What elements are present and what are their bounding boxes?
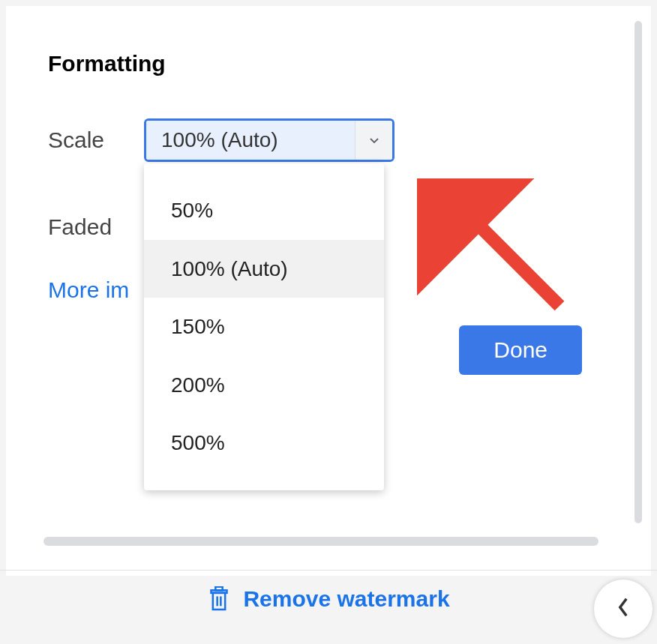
horizontal-scrollbar[interactable] <box>44 537 598 546</box>
formatting-panel: Formatting Scale 100% (Auto) 50% 100% (A… <box>6 6 651 576</box>
faded-label: Faded <box>48 214 144 240</box>
scale-option-500[interactable]: 500% <box>144 414 384 472</box>
scale-option-150[interactable]: 150% <box>144 298 384 356</box>
chevron-down-icon <box>370 133 379 147</box>
annotation-arrow <box>417 178 582 331</box>
scale-option-50[interactable]: 50% <box>144 181 384 240</box>
scale-option-200[interactable]: 200% <box>144 356 384 415</box>
scale-dropdown[interactable]: 100% (Auto) 50% 100% (Auto) 150% 200% 50… <box>144 118 394 162</box>
scale-option-100-auto[interactable]: 100% (Auto) <box>144 240 384 298</box>
chevron-left-icon <box>616 597 630 621</box>
trash-icon <box>207 585 231 613</box>
scale-dropdown-menu: 50% 100% (Auto) 150% 200% 500% <box>144 163 384 490</box>
scale-dropdown-value[interactable]: 100% (Auto) <box>146 121 355 160</box>
scale-row: Scale 100% (Auto) 50% 100% (Auto) 150% 2… <box>48 118 609 162</box>
scale-dropdown-caret-button[interactable] <box>355 121 392 160</box>
remove-watermark-link[interactable]: Remove watermark <box>243 586 449 612</box>
svg-rect-3 <box>213 593 225 610</box>
done-button[interactable]: Done <box>459 325 582 375</box>
section-title: Formatting <box>48 51 609 76</box>
footer-row: Remove watermark <box>0 585 657 613</box>
vertical-scrollbar[interactable] <box>634 21 642 523</box>
divider <box>0 570 657 571</box>
scale-label: Scale <box>48 127 144 153</box>
collapse-panel-button[interactable] <box>594 580 652 638</box>
scale-dropdown-trigger[interactable]: 100% (Auto) <box>144 118 394 162</box>
svg-rect-2 <box>216 587 223 591</box>
